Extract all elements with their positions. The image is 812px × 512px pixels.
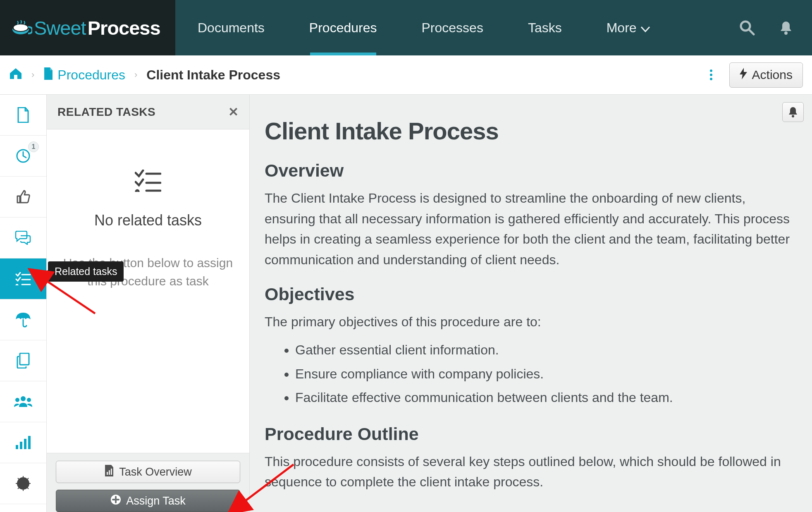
nav-label: Tasks — [528, 20, 562, 36]
brand-text-bold: Process — [88, 17, 160, 39]
task-overview-button[interactable]: Task Overview — [56, 461, 240, 483]
svg-rect-12 — [20, 442, 22, 449]
nav-right — [737, 0, 812, 55]
rail-badge: 1 — [28, 141, 39, 152]
rail-team-icon[interactable] — [0, 381, 46, 422]
annotation-arrow — [41, 276, 103, 319]
brand-area[interactable]: Sweet Process — [0, 0, 175, 55]
button-label: Assign Task — [126, 495, 186, 507]
panel-footer: Task Overview Assign Task — [47, 453, 249, 512]
rail-document-icon[interactable] — [0, 95, 46, 136]
svg-point-8 — [21, 396, 26, 401]
button-label: Task Overview — [119, 466, 192, 479]
paragraph: This procedure consists of several key s… — [265, 452, 797, 493]
svg-line-20 — [18, 478, 19, 480]
list-item: Ensure compliance with company policies. — [295, 362, 797, 386]
breadcrumb-actions: Actions — [703, 62, 803, 88]
close-icon[interactable]: ✕ — [228, 105, 239, 119]
paragraph: The Client Intake Process is designed to… — [265, 188, 797, 270]
rail-thumbs-up-icon[interactable] — [0, 177, 46, 218]
doc-title: Client Intake Process — [265, 117, 797, 145]
plus-circle-icon — [110, 494, 121, 508]
left-icon-rail: 1 — [0, 95, 47, 512]
brand-logo: Sweet Process — [12, 17, 160, 39]
list-item: Gather essential client information. — [295, 338, 797, 362]
svg-rect-7 — [20, 353, 29, 365]
empty-title: No related tasks — [94, 212, 202, 229]
svg-point-28 — [792, 115, 794, 117]
heading-outline: Procedure Outline — [265, 424, 797, 444]
rail-related-tasks-icon[interactable] — [0, 258, 46, 299]
svg-line-4 — [749, 30, 754, 34]
heading-objectives: Objectives — [265, 284, 797, 304]
svg-rect-13 — [24, 439, 26, 449]
nav-tasks[interactable]: Tasks — [506, 0, 584, 55]
svg-rect-11 — [16, 445, 18, 449]
list-item: Facilitate effective communication betwe… — [295, 386, 797, 410]
nav-menu: Documents Procedures Processes Tasks Mor… — [175, 0, 737, 55]
svg-line-22 — [27, 478, 29, 480]
nav-more[interactable]: More — [584, 0, 672, 55]
breadcrumb-current: Client Intake Process — [146, 67, 280, 83]
svg-line-30 — [243, 464, 294, 502]
panel-header: RELATED TASKS ✕ — [47, 95, 249, 129]
nav-procedures[interactable]: Procedures — [287, 0, 399, 55]
nav-label: More — [607, 20, 637, 36]
panel-title: RELATED TASKS — [57, 105, 228, 119]
rail-clock-icon[interactable]: 1 — [0, 136, 46, 177]
nav-label: Documents — [198, 20, 265, 36]
actions-label: Actions — [752, 68, 793, 82]
rail-copy-icon[interactable] — [0, 340, 46, 381]
rail-umbrella-icon[interactable] — [0, 299, 46, 340]
breadcrumb-procedures-link[interactable]: Procedures — [43, 67, 125, 83]
bolt-icon — [740, 68, 747, 82]
svg-rect-26 — [111, 469, 112, 475]
notifications-button[interactable] — [782, 102, 804, 122]
bar-chart-file-icon — [104, 465, 114, 479]
objectives-list: Gather essential client information. Ens… — [265, 338, 797, 410]
svg-point-5 — [784, 31, 788, 35]
svg-rect-25 — [109, 470, 110, 475]
breadcrumb-bar: › Procedures › Client Intake Process Act… — [0, 55, 812, 95]
checklist-icon — [135, 168, 161, 198]
cup-icon — [12, 20, 32, 35]
rail-badge-icon[interactable] — [0, 463, 46, 504]
svg-point-9 — [15, 398, 19, 402]
rail-comments-icon[interactable] — [0, 218, 46, 258]
rail-stats-icon[interactable] — [0, 422, 46, 463]
brand-text-light: Sweet — [34, 17, 86, 39]
svg-line-21 — [27, 487, 29, 489]
nav-processes[interactable]: Processes — [399, 0, 505, 55]
chevron-down-icon — [641, 20, 650, 36]
svg-rect-14 — [28, 436, 31, 449]
nav-label: Procedures — [309, 20, 377, 36]
top-navbar: Sweet Process Documents Procedures Proce… — [0, 0, 812, 55]
assign-task-button[interactable]: Assign Task — [56, 490, 240, 512]
kebab-menu-icon[interactable] — [703, 67, 719, 83]
breadcrumb: › Procedures › Client Intake Process — [9, 67, 703, 83]
annotation-arrow — [240, 461, 302, 508]
nav-label: Processes — [421, 20, 483, 36]
svg-line-29 — [45, 280, 95, 313]
home-icon[interactable] — [9, 67, 22, 83]
file-icon — [43, 67, 53, 83]
breadcrumb-link-label: Procedures — [57, 67, 125, 83]
body: 1 RELATED TASKS ✕ — [0, 95, 812, 512]
svg-line-23 — [18, 487, 19, 489]
chevron-right-icon: › — [134, 69, 137, 80]
svg-point-2 — [14, 24, 28, 31]
nav-documents[interactable]: Documents — [175, 0, 287, 55]
bell-icon[interactable] — [776, 17, 796, 38]
search-icon[interactable] — [737, 17, 757, 38]
heading-overview: Overview — [265, 160, 797, 181]
paragraph: The primary objectives of this procedure… — [265, 312, 797, 333]
chevron-right-icon: › — [31, 69, 34, 80]
svg-rect-24 — [107, 472, 108, 475]
document-view: Client Intake Process Overview The Clien… — [250, 95, 812, 512]
svg-point-10 — [27, 398, 31, 402]
actions-button[interactable]: Actions — [729, 62, 803, 88]
